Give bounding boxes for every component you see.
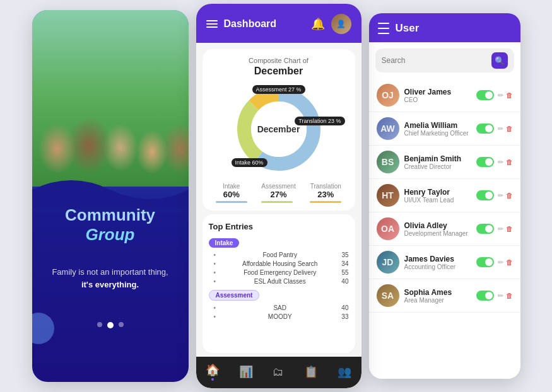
user-info: Sophia Ames Area Manager <box>404 288 476 304</box>
avatar: AW <box>377 117 399 140</box>
user-info: James Davies Accounting Officer <box>404 255 476 270</box>
action-icons: ✏ 🗑 <box>498 225 513 233</box>
avatar: OA <box>377 217 399 240</box>
edit-icon[interactable]: ✏ <box>498 292 503 300</box>
delete-icon[interactable]: 🗑 <box>506 292 513 299</box>
donut-center-label: December <box>257 124 300 134</box>
donut-chart: December Assessment 27 % Translation 23 … <box>232 82 326 176</box>
nav-clipboard[interactable]: 📋 <box>304 365 318 379</box>
search-button[interactable]: 🔍 <box>491 52 508 69</box>
chart-title: Composite Chart of <box>209 57 349 64</box>
stat-bar-translation <box>310 201 341 203</box>
dot-1[interactable] <box>97 322 102 327</box>
list-item[interactable]: SA Sophia Ames Area Manager ✏ 🗑 <box>369 279 520 313</box>
entry-sad: SAD40 <box>209 304 349 311</box>
edit-icon[interactable]: ✏ <box>498 258 503 267</box>
delete-icon[interactable]: 🗑 <box>506 91 513 99</box>
family-photo <box>32 10 189 187</box>
nav-users[interactable]: 👥 <box>338 365 351 379</box>
toggle-switch[interactable] <box>476 224 494 234</box>
header-left: Dashboard <box>206 18 277 30</box>
app-logo: Community Group <box>65 205 155 245</box>
user-name: Oliver James <box>404 88 476 96</box>
user-role: Area Manager <box>404 297 476 304</box>
toggle-switch[interactable] <box>476 124 494 134</box>
edit-icon[interactable]: ✏ <box>498 158 503 166</box>
user-list: OJ Oliver James CEO ✏ 🗑 AW Amelia Willia… <box>369 76 520 379</box>
top-entries-title: Top Entries <box>209 222 349 231</box>
hamburger-icon[interactable] <box>206 20 218 28</box>
edit-icon[interactable]: ✏ <box>498 225 503 233</box>
chart-section: Composite Chart of December December Ass… <box>203 49 355 210</box>
user-hamburger-icon[interactable] <box>378 23 389 34</box>
edit-icon[interactable]: ✏ <box>498 91 503 100</box>
action-icons: ✏ 🗑 <box>498 292 513 300</box>
dot-3[interactable] <box>119 322 124 327</box>
edit-icon[interactable]: ✏ <box>498 192 503 200</box>
left-panel-content: Community Group Family is not an importa… <box>32 193 189 341</box>
user-actions: ✏ 🗑 <box>476 257 513 267</box>
delete-icon[interactable]: 🗑 <box>506 158 513 166</box>
list-item[interactable]: BS Benjamin Smith Creative Director ✏ 🗑 <box>369 146 520 179</box>
toggle-switch[interactable] <box>476 157 494 167</box>
user-name: Amelia William <box>404 121 476 130</box>
user-avatar[interactable]: 👤 <box>331 14 351 34</box>
app-name-text: Community <box>65 205 155 224</box>
user-info: Olivia Adley Development Manager <box>404 221 476 237</box>
stat-assessment: Assessment 27% <box>261 183 295 203</box>
dot-indicators <box>97 322 124 328</box>
bell-icon[interactable]: 🔔 <box>311 17 325 31</box>
list-item[interactable]: JD James Davies Accounting Officer ✏ 🗑 <box>369 246 520 279</box>
delete-icon[interactable]: 🗑 <box>506 225 513 233</box>
avatar: JD <box>377 251 399 274</box>
entry-moody: MOODY33 <box>209 313 349 320</box>
user-actions: ✏ 🗑 <box>476 157 513 167</box>
delete-icon[interactable]: 🗑 <box>506 192 513 199</box>
user-role: Chief Marketing Officer <box>404 130 476 137</box>
dot-2[interactable] <box>107 322 114 328</box>
user-name: Henry Taylor <box>404 188 476 197</box>
nav-active-dot <box>211 378 214 381</box>
dashboard-title: Dashboard <box>224 18 277 30</box>
bottom-nav: 🏠 📊 🗂 📋 👥 <box>196 357 361 388</box>
delete-icon[interactable]: 🗑 <box>506 258 513 266</box>
nav-home[interactable]: 🏠 <box>206 363 220 381</box>
family-image <box>32 10 189 187</box>
app-group-text: Group <box>86 225 135 244</box>
search-input[interactable] <box>382 56 488 65</box>
action-icons: ✏ 🗑 <box>498 192 513 200</box>
stat-bar-assessment <box>261 201 293 203</box>
list-item[interactable]: OA Olivia Adley Development Manager ✏ 🗑 <box>369 212 520 246</box>
user-actions: ✏ 🗑 <box>476 190 513 200</box>
edit-icon[interactable]: ✏ <box>498 125 503 133</box>
action-icons: ✏ 🗑 <box>498 91 513 100</box>
user-name: James Davies <box>404 255 476 263</box>
avatar: BS <box>377 151 399 173</box>
screens-container: Community Group Family is not an importa… <box>0 0 552 392</box>
nav-chart[interactable]: 📊 <box>239 365 253 379</box>
chart-stats: Intake 60% Assessment 27% Translation 23… <box>209 183 349 203</box>
user-actions: ✏ 🗑 <box>476 291 513 301</box>
user-role: Accounting Officer <box>404 263 476 270</box>
chart-month: December <box>209 66 349 77</box>
action-icons: ✏ 🗑 <box>498 258 513 267</box>
toggle-switch[interactable] <box>476 190 494 200</box>
entry-housing: Affordable Housing Search34 <box>209 260 349 267</box>
search-bar: 🔍 <box>375 49 514 72</box>
header-right: 🔔 👤 <box>311 14 351 34</box>
delete-icon[interactable]: 🗑 <box>506 125 513 132</box>
toggle-switch[interactable] <box>476 90 494 100</box>
toggle-switch[interactable] <box>476 291 494 301</box>
action-icons: ✏ 🗑 <box>498 158 513 166</box>
toggle-switch[interactable] <box>476 257 494 267</box>
tagline-line1: Family is not an important thing, <box>52 267 168 277</box>
list-item[interactable]: OJ Oliver James CEO ✏ 🗑 <box>369 79 520 112</box>
user-name: Olivia Adley <box>404 221 476 230</box>
nav-folder[interactable]: 🗂 <box>273 366 284 379</box>
list-item[interactable]: AW Amelia William Chief Marketing Office… <box>369 112 520 146</box>
list-item[interactable]: HT Henry Taylor UI/UX Team Lead ✏ 🗑 <box>369 179 520 212</box>
user-role: Creative Director <box>404 163 476 170</box>
tagline-line2: it's everything. <box>81 280 139 289</box>
intake-badge: Intake <box>209 238 240 248</box>
user-actions: ✏ 🗑 <box>476 90 513 100</box>
